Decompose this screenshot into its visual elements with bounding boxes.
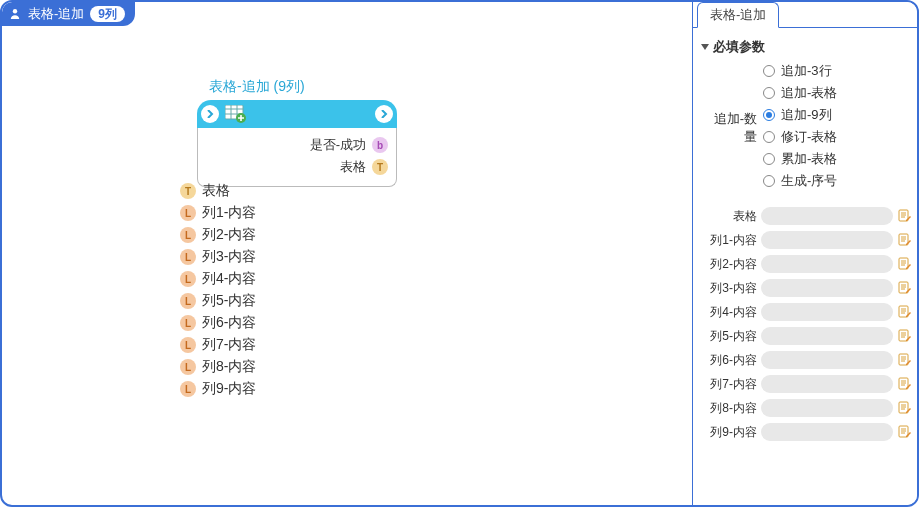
- output-port[interactable]: 表格T: [206, 156, 388, 178]
- param-field: 列4-内容: [701, 300, 913, 324]
- radio-icon[interactable]: [763, 65, 775, 77]
- panel-body: 必填参数 追加-数量 追加-3行追加-表格追加-9列修订-表格累加-表格生成-序…: [693, 28, 917, 505]
- canvas[interactable]: 表格-追加 (9列): [2, 2, 692, 505]
- radio-label: 修订-表格: [781, 128, 837, 146]
- input-port[interactable]: L列9-内容: [180, 378, 400, 400]
- input-label: 列7-内容: [202, 336, 256, 354]
- type-dot-icon: L: [180, 227, 196, 243]
- block-header[interactable]: [197, 100, 397, 128]
- radio-label: 追加-9列: [781, 106, 832, 124]
- type-dot-icon: L: [180, 381, 196, 397]
- input-port[interactable]: L列1-内容: [180, 202, 400, 224]
- field-input[interactable]: [761, 327, 893, 345]
- type-dot-icon: b: [372, 137, 388, 153]
- radio-label: 生成-序号: [781, 172, 837, 190]
- field-input[interactable]: [761, 207, 893, 225]
- input-port[interactable]: L列3-内容: [180, 246, 400, 268]
- field-input[interactable]: [761, 255, 893, 273]
- param-field: 列2-内容: [701, 252, 913, 276]
- input-port[interactable]: L列4-内容: [180, 268, 400, 290]
- radio-group-label: 追加-数量: [701, 62, 757, 190]
- param-field: 列3-内容: [701, 276, 913, 300]
- field-label: 列2-内容: [701, 256, 757, 273]
- edit-icon[interactable]: [897, 256, 913, 272]
- output-port[interactable]: 是否-成功b: [206, 134, 388, 156]
- edit-icon[interactable]: [897, 280, 913, 296]
- field-input[interactable]: [761, 375, 893, 393]
- type-dot-icon: T: [180, 183, 196, 199]
- field-label: 表格: [701, 208, 757, 225]
- edit-icon[interactable]: [897, 400, 913, 416]
- edit-icon[interactable]: [897, 328, 913, 344]
- radio-option[interactable]: 追加-9列: [763, 106, 913, 124]
- type-dot-icon: T: [372, 159, 388, 175]
- section-title: 必填参数: [713, 38, 765, 56]
- type-dot-icon: L: [180, 315, 196, 331]
- chevron-right-icon[interactable]: [375, 105, 393, 123]
- block-body: 是否-成功b表格T: [197, 128, 397, 187]
- input-label: 列1-内容: [202, 204, 256, 222]
- type-dot-icon: L: [180, 337, 196, 353]
- field-label: 列9-内容: [701, 424, 757, 441]
- param-field: 列1-内容: [701, 228, 913, 252]
- radio-option[interactable]: 追加-3行: [763, 62, 913, 80]
- input-label: 表格: [202, 182, 230, 200]
- field-input[interactable]: [761, 399, 893, 417]
- radio-label: 追加-表格: [781, 84, 837, 102]
- radio-option[interactable]: 追加-表格: [763, 84, 913, 102]
- radio-option[interactable]: 生成-序号: [763, 172, 913, 190]
- output-label: 表格: [340, 158, 366, 176]
- section-header[interactable]: 必填参数: [701, 38, 913, 56]
- block-inputs: T表格L列1-内容L列2-内容L列3-内容L列4-内容L列5-内容L列6-内容L…: [180, 180, 400, 400]
- field-label: 列6-内容: [701, 352, 757, 369]
- field-label: 列5-内容: [701, 328, 757, 345]
- input-port[interactable]: L列5-内容: [180, 290, 400, 312]
- param-field: 列7-内容: [701, 372, 913, 396]
- field-input[interactable]: [761, 303, 893, 321]
- field-label: 列4-内容: [701, 304, 757, 321]
- input-label: 列4-内容: [202, 270, 256, 288]
- field-input[interactable]: [761, 423, 893, 441]
- triangle-down-icon: [701, 44, 709, 50]
- radio-icon[interactable]: [763, 153, 775, 165]
- param-field: 列6-内容: [701, 348, 913, 372]
- param-field: 表格: [701, 204, 913, 228]
- field-label: 列3-内容: [701, 280, 757, 297]
- input-port[interactable]: L列6-内容: [180, 312, 400, 334]
- block-node[interactable]: 表格-追加 (9列): [197, 78, 397, 187]
- input-port[interactable]: L列2-内容: [180, 224, 400, 246]
- input-label: 列9-内容: [202, 380, 256, 398]
- field-label: 列1-内容: [701, 232, 757, 249]
- input-port[interactable]: L列8-内容: [180, 356, 400, 378]
- edit-icon[interactable]: [897, 376, 913, 392]
- input-port[interactable]: T表格: [180, 180, 400, 202]
- tab-main[interactable]: 表格-追加: [697, 2, 779, 28]
- edit-icon[interactable]: [897, 352, 913, 368]
- param-field: 列8-内容: [701, 396, 913, 420]
- properties-panel: 表格-追加 必填参数 追加-数量 追加-3行追加-表格追加-9列修订-表格累加-…: [692, 2, 917, 505]
- output-label: 是否-成功: [310, 136, 366, 154]
- type-dot-icon: L: [180, 293, 196, 309]
- field-input[interactable]: [761, 231, 893, 249]
- edit-icon[interactable]: [897, 424, 913, 440]
- edit-icon[interactable]: [897, 208, 913, 224]
- field-input[interactable]: [761, 351, 893, 369]
- block-title: 表格-追加 (9列): [209, 78, 397, 96]
- radio-icon[interactable]: [763, 175, 775, 187]
- table-plus-icon: [225, 105, 247, 123]
- type-dot-icon: L: [180, 205, 196, 221]
- edit-icon[interactable]: [897, 304, 913, 320]
- radio-icon[interactable]: [763, 109, 775, 121]
- radio-icon[interactable]: [763, 131, 775, 143]
- edit-icon[interactable]: [897, 232, 913, 248]
- field-input[interactable]: [761, 279, 893, 297]
- input-port[interactable]: L列7-内容: [180, 334, 400, 356]
- radio-label: 追加-3行: [781, 62, 832, 80]
- type-dot-icon: L: [180, 271, 196, 287]
- radio-icon[interactable]: [763, 87, 775, 99]
- radio-option[interactable]: 累加-表格: [763, 150, 913, 168]
- radio-option[interactable]: 修订-表格: [763, 128, 913, 146]
- fields-list: 表格列1-内容列2-内容列3-内容列4-内容列5-内容列6-内容列7-内容列8-…: [701, 204, 913, 444]
- param-field: 列9-内容: [701, 420, 913, 444]
- chevron-left-icon[interactable]: [201, 105, 219, 123]
